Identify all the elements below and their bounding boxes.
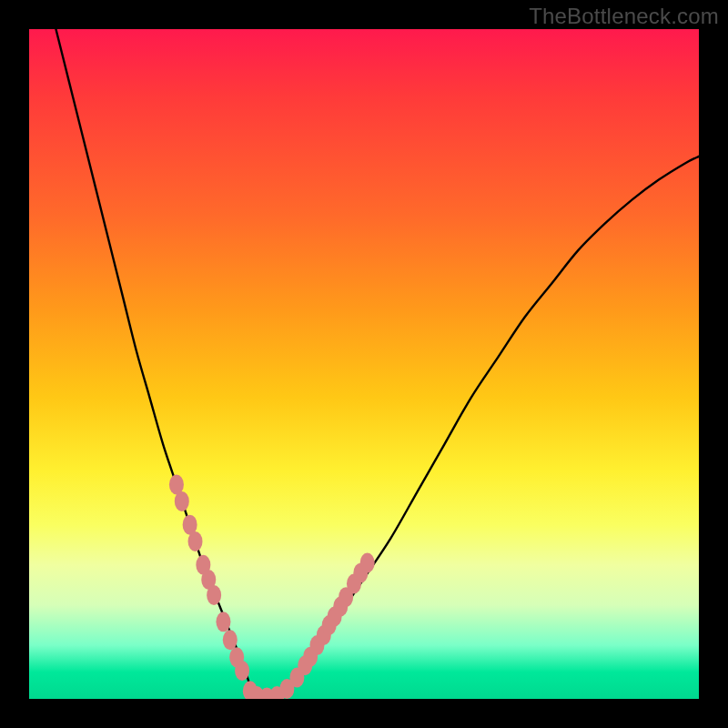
highlighted-samples — [169, 474, 375, 699]
outer-frame: TheBottleneck.com — [0, 0, 728, 728]
sample-dot — [175, 491, 189, 511]
sample-dot — [223, 630, 238, 650]
sample-dot — [360, 553, 375, 573]
sample-dot — [235, 661, 249, 681]
marker-layer — [29, 29, 699, 699]
watermark-text: TheBottleneck.com — [529, 4, 719, 29]
sample-dot — [216, 612, 230, 632]
plot-area — [29, 29, 699, 699]
sample-dot — [188, 531, 203, 551]
sample-dot — [207, 585, 221, 605]
